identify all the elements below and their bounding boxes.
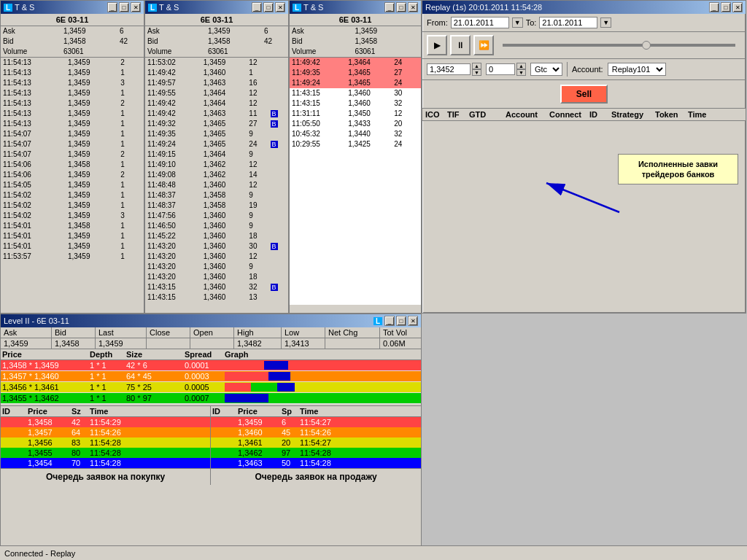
annotation-text: Исполненные завкитрейдеров банков: [638, 160, 718, 179]
tif-select[interactable]: Gtc Day IOC: [530, 63, 562, 76]
replay-slider-thumb[interactable]: [642, 41, 651, 50]
qty-input[interactable]: [486, 63, 515, 75]
list-item: 11:49:321,346527B: [145, 119, 288, 129]
bid-col-time: Time: [90, 407, 137, 416]
stat-ask-label: Ask: [1, 327, 52, 338]
depth-price: 1,3456 * 1,3461: [2, 383, 90, 392]
ts3-minimize-btn[interactable]: _: [384, 2, 395, 12]
ask-queue: ID Price Sp Time 1,3459611:54:271,346045…: [211, 406, 421, 485]
ts3-maximize-btn[interactable]: □: [396, 2, 406, 12]
col-size: Size: [126, 350, 185, 359]
table-row: 1,3455 * 1,3462 1 * 1 80 * 97 0.0007: [1, 393, 421, 404]
list-item: 11:54:131,34591: [1, 109, 144, 119]
level2-close-btn[interactable]: ✕: [408, 316, 418, 326]
stat-ask-val: 1,3459: [1, 338, 52, 349]
list-item: 1,34568311:54:28: [1, 438, 210, 448]
list-item: 11:43:201,346030B: [145, 241, 288, 252]
list-item: 11:48:371,345819: [145, 201, 288, 211]
depth-depth: 1 * 1: [90, 394, 126, 402]
list-item: 11:31:111,345012: [290, 109, 421, 119]
depth-size: 42 * 6: [126, 361, 185, 370]
list-item: 11:54:011,34591: [1, 231, 144, 241]
ts1-bid-label: Bid: [1, 36, 61, 47]
ff-button[interactable]: ⏩: [473, 35, 494, 55]
level2-window: Level II - 6E 03-11 L _ □ ✕ Ask Bid Last…: [0, 314, 422, 554]
ts1-bid-size: 42: [117, 36, 144, 47]
level2-icon: L: [374, 317, 382, 325]
price-input[interactable]: [427, 63, 471, 75]
ts1-symbol: 6E 03-11: [1, 14, 144, 26]
ts1-ask-val: 1,3459: [61, 26, 117, 36]
list-item: 11:49:421,346424: [290, 58, 421, 68]
list-item: 11:54:071,34591: [1, 129, 144, 139]
list-item: 1,34584211:54:29: [1, 417, 210, 427]
list-item: 11:49:241,346524: [290, 78, 421, 88]
level2-maximize-btn[interactable]: □: [396, 316, 406, 326]
depth-size: 80 * 97: [126, 394, 185, 402]
stat-last-label: Last: [96, 327, 147, 338]
ts-window-1: L T & S _ □ ✕ 6E 03-11 Ask 1,3459 6 Bid …: [0, 0, 144, 314]
status-bar: Connected - Replay: [0, 545, 747, 560]
ts1-close-btn[interactable]: ✕: [131, 2, 141, 12]
list-item: 11:43:201,346018: [145, 272, 288, 282]
ts1-maximize-btn[interactable]: □: [119, 2, 129, 12]
level2-minimize-btn[interactable]: _: [384, 316, 395, 326]
ts2-maximize-btn[interactable]: □: [263, 2, 274, 12]
from-label: From:: [427, 18, 448, 27]
level2-title-bar: Level II - 6E 03-11 L _ □ ✕: [1, 314, 421, 327]
ts1-minimize-btn[interactable]: _: [107, 2, 117, 12]
col-account: Account: [506, 110, 549, 119]
play-button[interactable]: ▶: [427, 35, 447, 55]
list-item: 11:54:011,34591: [1, 241, 144, 252]
account-select[interactable]: Replay101: [608, 63, 666, 76]
list-item: 1,34629711:54:28: [211, 448, 421, 458]
list-item: 11:49:351,34659: [145, 129, 288, 139]
stat-totvol-val: 0.06M: [380, 338, 424, 349]
col-spread: Spread: [185, 350, 225, 359]
stat-open-val: [190, 338, 234, 349]
sell-queue-label: Очередь заявок на продажу: [211, 468, 421, 485]
sell-button[interactable]: Sell: [560, 85, 608, 104]
price-up-btn[interactable]: ▲: [472, 63, 481, 69]
depth-price: 1,3458 * 1,3459: [2, 361, 90, 370]
pause-button[interactable]: ⏸: [450, 35, 471, 55]
replay-slider[interactable]: [503, 44, 735, 47]
list-item: 11:54:131,34591: [1, 119, 144, 129]
replay-title-bar: Replay (1s) 20:01.2011 11:54:28 _ □ ✕: [422, 1, 746, 14]
qty-up-btn[interactable]: ▲: [516, 63, 526, 69]
replay-minimize-btn[interactable]: _: [709, 2, 719, 12]
depth-spread: 0.0005: [185, 383, 225, 392]
table-row: 1,3458 * 1,3459 1 * 1 42 * 6 0.0001: [1, 360, 421, 371]
col-gtd: GTD: [469, 110, 506, 119]
list-item: 11:54:021,34591: [1, 201, 144, 211]
stat-high-val: 1,3482: [234, 338, 282, 349]
depth-rows-container: 1,3458 * 1,3459 1 * 1 42 * 6 0.0001 1,34…: [1, 360, 421, 404]
replay-close-btn[interactable]: ✕: [732, 2, 743, 12]
list-item: 11:43:151,346032B: [145, 282, 288, 292]
list-item: 11:45:221,346018: [145, 231, 288, 241]
ts2-close-btn[interactable]: ✕: [275, 2, 285, 12]
stat-last-val: 1,3459: [96, 338, 147, 349]
ts2-title-icon: L: [148, 4, 157, 12]
ts2-minimize-btn[interactable]: _: [252, 2, 262, 12]
col-ico: ICO: [425, 110, 447, 119]
list-item: 11:05:501,343320: [290, 119, 421, 129]
ts2-bid-size: 42: [262, 36, 288, 47]
ts3-close-btn[interactable]: ✕: [408, 2, 418, 12]
from-date-dropdown[interactable]: ▼: [512, 18, 523, 28]
ts2-bid-label: Bid: [145, 36, 206, 47]
price-down-btn[interactable]: ▼: [472, 69, 481, 76]
replay-maximize-btn[interactable]: □: [721, 2, 731, 12]
list-item: 11:54:131,34591: [1, 68, 144, 78]
to-date-input[interactable]: [539, 17, 597, 28]
stat-netchg-val: [325, 338, 380, 349]
stat-low-val: 1,3413: [282, 338, 325, 349]
qty-down-btn[interactable]: ▼: [516, 69, 526, 76]
list-item: 11:54:131,34591: [1, 88, 144, 98]
from-date-input[interactable]: [451, 17, 509, 28]
table-row: 1,3456 * 1,3461 1 * 1 75 * 25 0.0005: [1, 382, 421, 393]
to-date-dropdown[interactable]: ▼: [600, 18, 611, 28]
list-item: 11:54:011,34581: [1, 221, 144, 231]
list-item: 11:49:421,34601: [145, 68, 288, 78]
ask-queue-rows: 1,3459611:54:271,34604511:54:261,3461201…: [211, 417, 421, 468]
